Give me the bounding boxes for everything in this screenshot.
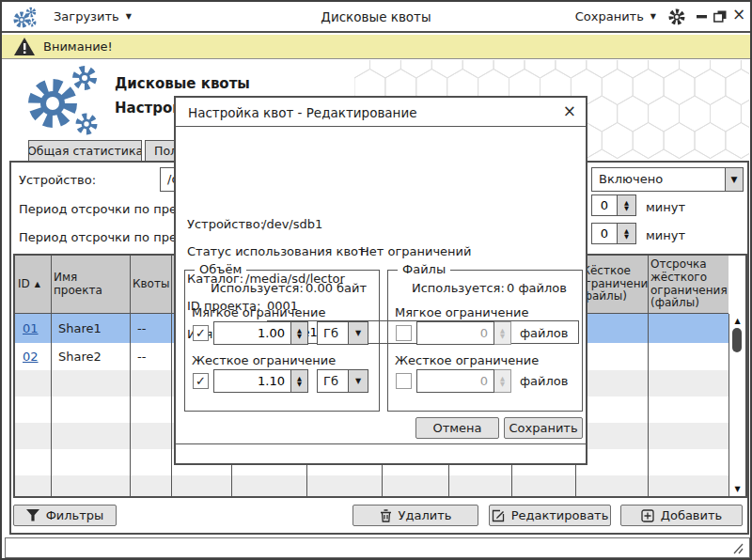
column-header-name[interactable]: Имя проекта: [51, 256, 130, 313]
spinner-arrows-icon[interactable]: ▲▼: [618, 194, 636, 216]
spinner-arrows-icon[interactable]: ▲▼: [618, 223, 636, 244]
dlg-device-value: /dev/sdb1: [262, 217, 322, 231]
row-quotas: --: [130, 321, 171, 335]
volume-soft-unit-select[interactable]: Гб ▼: [317, 321, 368, 345]
grace-hard-spinner: ▲▼: [591, 223, 636, 244]
warning-text: Внимание!: [43, 39, 113, 54]
quota-edit-dialog: Настройка квот - Редактирование × Устрой…: [174, 96, 588, 465]
close-icon[interactable]: ×: [563, 101, 576, 120]
edit-pencil-icon: [492, 509, 505, 522]
chevron-down-icon[interactable]: ▼: [725, 168, 743, 191]
minimize-button[interactable]: [694, 9, 709, 24]
files-soft-spinner: ▲▼: [416, 321, 511, 345]
delete-label: Удалить: [399, 508, 452, 522]
edit-button[interactable]: Редактировать: [489, 505, 611, 526]
files-used-label: Используется:: [412, 281, 505, 295]
volume-soft-label: Мягкое ограничение: [192, 305, 325, 319]
delete-button[interactable]: Удалить: [352, 505, 478, 526]
dialog-save-button[interactable]: Сохранить: [504, 417, 583, 439]
volume-hard-input[interactable]: [213, 369, 291, 393]
dlg-status-value: Нет ограничений: [360, 244, 472, 258]
resize-grip[interactable]: [731, 542, 744, 555]
scroll-down-icon[interactable]: ▼: [729, 483, 745, 495]
files-hard-checkbox[interactable]: [396, 373, 412, 389]
volume-hard-unit-select[interactable]: Гб ▼: [317, 369, 368, 393]
files-group: Файлы Используется: 0 файлов Мягкое огра…: [387, 270, 583, 412]
row-id-link[interactable]: 02: [23, 350, 39, 364]
column-header-quotas[interactable]: Квоты: [130, 256, 171, 313]
files-soft-checkbox[interactable]: [396, 325, 412, 341]
scroll-up-icon[interactable]: ▲: [729, 315, 745, 327]
load-menu[interactable]: Загрузить ▼: [54, 9, 132, 23]
volume-used-value: 0.00 байт: [306, 281, 367, 295]
files-legend: Файлы: [398, 262, 450, 276]
tab-general-statistics[interactable]: Общая статистика: [28, 140, 142, 162]
grace-soft-unit: минут: [646, 200, 685, 214]
dialog-title-divider: [176, 126, 586, 127]
volume-legend: Объём: [195, 262, 246, 276]
edit-label: Редактировать: [511, 508, 609, 522]
spinner-arrows-icon[interactable]: ▲▼: [291, 369, 308, 393]
maximize-button[interactable]: [713, 8, 728, 23]
grace-hard-input[interactable]: [591, 223, 618, 244]
volume-hard-label: Жесткое ограничение: [192, 353, 336, 367]
quota-status-value: Включено: [592, 168, 725, 191]
toolbar: Загрузить ▼ Дисковые квоты Сохранить ▼ ×: [2, 2, 750, 33]
row-quotas: --: [130, 350, 171, 364]
row-name: Share2: [51, 350, 130, 364]
filters-button[interactable]: Фильтры: [13, 505, 117, 526]
dlg-status-label: Статус использования квот:: [187, 244, 369, 258]
chevron-down-icon[interactable]: ▼: [348, 322, 368, 344]
files-soft-label: Мягкое ограничение: [395, 305, 528, 319]
files-hard-input: [416, 369, 494, 393]
column-divider: [171, 256, 172, 496]
empty-row: [15, 475, 728, 496]
save-menu-label: Сохранить: [575, 9, 644, 23]
page-title: Дисковые квоты: [115, 75, 250, 92]
dialog-footer-divider: [176, 443, 586, 444]
settings-gear-icon[interactable]: [667, 8, 686, 30]
volume-soft-spinner: ▲▼: [213, 321, 308, 345]
row-id-link[interactable]: 01: [23, 321, 39, 335]
spinner-arrows-icon: ▲▼: [494, 321, 511, 345]
status-bar: [5, 537, 750, 558]
spinner-arrows-icon[interactable]: ▲▼: [291, 321, 308, 345]
plus-icon: [641, 509, 654, 522]
close-window-button[interactable]: ×: [731, 7, 746, 22]
row-name: Share1: [51, 321, 130, 335]
volume-group: Объём Используется: 0.00 байт Мягкое огр…: [184, 270, 380, 412]
vertical-scrollbar[interactable]: ▲ ▼: [728, 314, 745, 496]
spinner-arrows-icon: ▲▼: [494, 369, 511, 393]
grace-hard-unit: минут: [646, 228, 685, 242]
save-menu[interactable]: Сохранить ▼: [575, 9, 656, 23]
volume-soft-checkbox[interactable]: ✓: [193, 325, 209, 341]
warning-triangle-icon: [14, 38, 35, 55]
unit-value: Гб: [318, 370, 348, 392]
unit-value: Гб: [318, 322, 348, 344]
files-soft-input: [416, 321, 494, 345]
filter-icon: [26, 509, 39, 521]
dialog-cancel-button[interactable]: Отмена: [415, 417, 499, 439]
volume-hard-spinner: ▲▼: [213, 369, 308, 393]
add-button[interactable]: Добавить: [620, 505, 743, 526]
add-label: Добавить: [661, 508, 722, 522]
volume-hard-checkbox[interactable]: ✓: [193, 373, 209, 389]
chevron-down-icon[interactable]: ▼: [348, 370, 368, 392]
load-menu-label: Загрузить: [54, 9, 119, 23]
files-hard-unit: файлов: [520, 374, 568, 388]
volume-used-label: Используется:: [211, 281, 304, 295]
column-divider: [130, 256, 131, 496]
files-soft-unit: файлов: [520, 326, 568, 340]
grace-soft-input[interactable]: [591, 194, 618, 216]
column-header-hard-grace-files[interactable]: Отсрочка жёсткого ограничения (файлы): [648, 256, 728, 313]
column-header-id[interactable]: ID ▲: [15, 256, 51, 313]
volume-soft-input[interactable]: [213, 321, 291, 345]
chevron-down-icon: ▼: [650, 12, 656, 21]
files-hard-spinner: ▲▼: [416, 369, 511, 393]
scrollbar-thumb[interactable]: [732, 328, 742, 352]
device-label: Устройство:: [19, 173, 96, 187]
grace-soft-spinner: ▲▼: [591, 194, 636, 216]
column-divider: [648, 256, 649, 496]
quota-status-select[interactable]: Включено ▼: [591, 167, 744, 192]
warning-bar: Внимание!: [2, 35, 750, 59]
